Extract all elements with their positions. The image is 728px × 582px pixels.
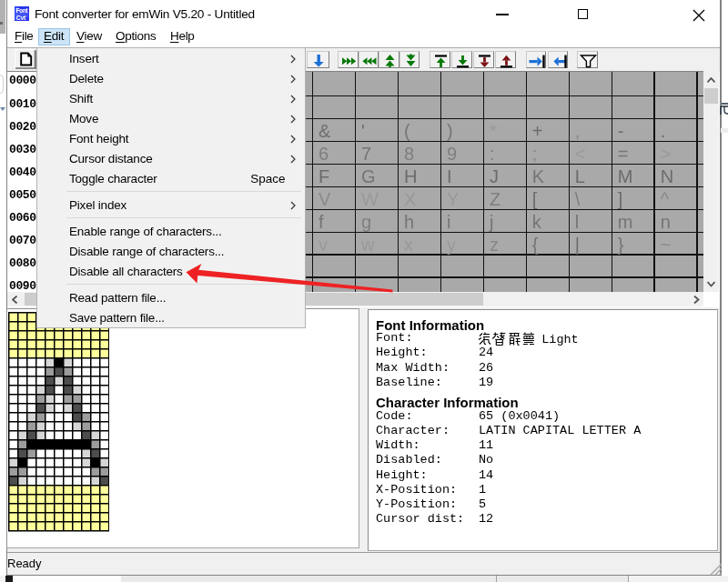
svg-text:Cvt: Cvt: [15, 14, 25, 20]
svg-text:Font: Font: [15, 7, 28, 14]
svg-text:Light: Light: [541, 333, 579, 346]
